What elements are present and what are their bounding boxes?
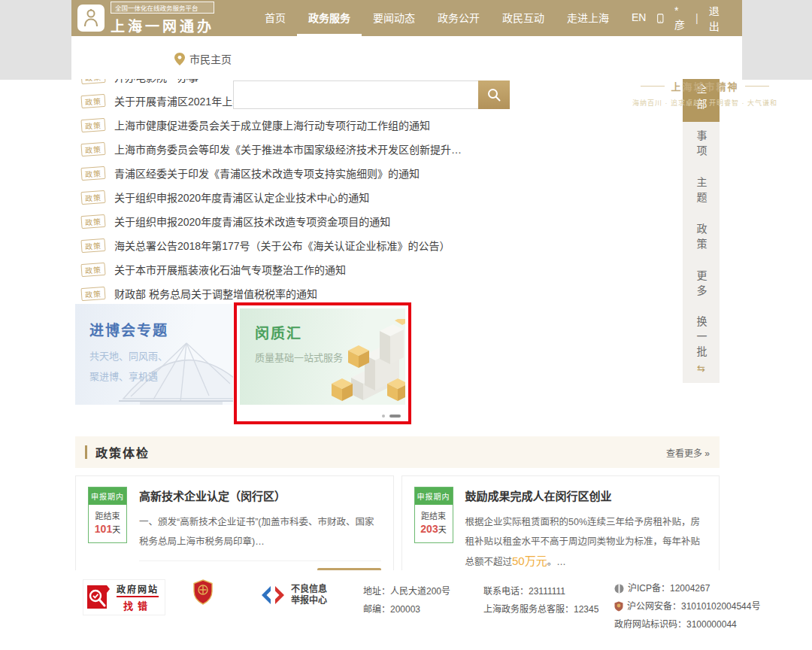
section-title: 政策体检 [95,443,150,461]
platform-badge: 全国一体化在线政务服务平台 [111,2,214,14]
see-more-link[interactable]: 查看更多 » [666,446,710,459]
expo-banner[interactable]: 进博会专题 共天地、同风雨、 聚进博、享机遇 [75,304,233,405]
city-spirit-title: 上海城市精神 [671,79,738,93]
page-gutter-right [742,0,812,80]
expo-banner-title: 进博会专题 [89,319,168,339]
refresh-batch-button[interactable]: 换一批 ⇆ [683,308,720,375]
days-remaining: 101 [95,523,112,535]
address-line: 地址：人民大道200号 [363,582,450,600]
icp-icon [614,584,624,594]
carousel-dot[interactable] [382,415,385,418]
citizen-home-link[interactable]: 市民主页 [174,51,232,66]
minzhihui-subtitle: 质量基础一站式服务 [255,350,343,364]
website-error-report-logo[interactable]: 政府网站 找错 [83,579,165,615]
refresh-icon: ⇆ [697,363,705,374]
policy-tag: 政策 [80,93,105,108]
search-input[interactable] [233,80,478,109]
side-tab-more[interactable]: 更多 [683,262,720,308]
list-item-title[interactable]: 关于组织申报2020年度青浦区认定企业技术中心的通知 [114,190,369,205]
deadline-badge-box: 申报期内 距结束 101天 [88,487,127,543]
policy-check-header: 政策体检 查看更多 » [75,436,720,468]
countdown: 距结束 203天 [415,505,453,542]
list-item[interactable]: 政策 青浦区经委关于印发《青浦区技术改造专项支持实施细则》的通知 [81,161,675,185]
site-title: 上海一网通办 [111,15,214,35]
logout-button[interactable]: 退出 [709,3,723,33]
amount-highlight: 50万元 [512,554,547,567]
page: 政策 开办电影院 办事 政策 关于开展青浦区2021年上半年度知识产权资助项目申… [0,0,812,650]
decor-line [641,86,665,87]
nav-item-en[interactable]: EN [620,0,657,36]
list-item[interactable]: 政策 上海市健康促进委员会关于成立健康上海行动专项行动工作组的通知 [81,113,675,137]
site-code-line: 政府网站标识码：3100000044 [614,615,760,633]
decor-line [745,86,769,87]
minzhihui-title: 闵质汇 [255,322,302,342]
list-item[interactable]: 政策 上海市商务委员会等印发《关于推进本市国家级经济技术开发区创新提升… [81,137,675,161]
list-item-title[interactable]: 关于组织申报2020年度青浦区技术改造专项资金项目的通知 [114,214,390,229]
expo-banner-subtitle: 共天地、同风雨、 聚进博、享机遇 [89,346,168,387]
policy-tag: 政策 [80,238,105,252]
list-item-title[interactable]: 海关总署公告2018年第177号（关于公布《海关认证企业标准》的公告） [114,238,450,253]
error-report-text: 政府网站 找错 [117,582,159,612]
mobile-icon[interactable] [657,11,664,26]
policy-card-desc: 根据企业实际租赁面积的50%连续三年给予房租补贴，房租补贴以租金水平不高于周边同… [465,512,707,572]
policy-tag: 政策 [80,286,105,300]
list-item-title[interactable]: 上海市商务委员会等印发《关于推进本市国家级经济技术开发区创新提升… [114,141,462,156]
list-item[interactable]: 政策 关于组织申报2020年度青浦区技术改造专项资金项目的通知 [81,209,675,233]
status-badge: 申报期内 [89,487,126,505]
side-tab-topics[interactable]: 主题 [683,169,720,215]
highlight-box: 闵质汇 质量基础一站式服务 [234,302,411,424]
status-badge: 申报期内 [415,487,453,505]
nav-item-services[interactable]: 政务服务 [297,0,362,36]
page-gutter-left [0,0,71,80]
report-center-icon [261,583,285,607]
postcode-line: 邮编：200003 [363,600,450,618]
nav-item-disclosure[interactable]: 政务公开 [426,0,491,36]
section-accent-bar [85,445,87,459]
nav-item-news[interactable]: 要闻动态 [362,0,426,36]
policy-tag: 政策 [80,214,105,228]
side-tab-matters[interactable]: 事项 [683,122,720,169]
citizen-home-label[interactable]: 市民主页 [189,51,232,66]
mascot-icon [77,5,105,32]
policy-card-title[interactable]: 鼓励成果完成人在闵行区创业 [465,487,707,503]
header-user-area: *彦 | 退出 [657,0,723,36]
footer-address: 地址：人民大道200号 邮编：200003 [363,582,450,618]
search-box [233,80,510,109]
site-logo[interactable]: 全国一体化在线政务服务平台 上海一网通办 [77,0,214,36]
side-tab-policy[interactable]: 政策 [683,215,720,262]
list-item-title[interactable]: 关于本市开展瓶装液化石油气专项整治工作的通知 [114,262,346,277]
list-item-title[interactable]: 青浦区经委关于印发《青浦区技术改造专项支持实施细则》的通知 [114,166,420,181]
security-badge-icon [614,601,623,612]
nav-item-home[interactable]: 首页 [253,0,297,36]
nav-item-interaction[interactable]: 政民互动 [491,0,556,36]
user-name[interactable]: *彦 [674,5,685,32]
footer: 政府网站 找错 不良信息 举报中心 地址：人民大道200号 邮编：2000 [0,570,812,650]
list-item[interactable]: 政策 关于组织申报2020年度青浦区认定企业技术中心的通知 [81,185,675,209]
city-spirit-slogan: 海纳百川 · 追求卓越 · 开明睿智 · 大气谦和 [598,98,812,108]
city-spirit: 上海城市精神 海纳百川 · 追求卓越 · 开明睿智 · 大气谦和 [598,79,812,108]
icp-license-link[interactable]: 沪ICP备：12004267 [614,579,760,597]
bad-info-report-logo[interactable]: 不良信息 举报中心 [261,583,327,607]
side-tabs: 全部 事项 主题 政策 更多 换一批 ⇆ [683,75,720,383]
search-button[interactable] [478,80,510,109]
shield-icon [192,579,214,605]
minzhihui-banner[interactable]: 闵质汇 质量基础一站式服务 [240,308,405,405]
policy-card-title[interactable]: 高新技术企业认定（闵行区） [139,487,381,503]
search-icon [487,88,501,102]
error-report-icon [86,584,111,611]
public-security-link[interactable]: 沪公网安备：31010102004544号 [614,597,760,615]
main-nav: 首页 政务服务 要闻动态 政务公开 政民互动 走进上海 EN [253,0,657,36]
footer-contact: 联系电话：23111111 上海政务服务总客服：12345 [483,582,598,618]
list-item-title[interactable]: 上海市健康促进委员会关于成立健康上海行动专项行动工作组的通知 [114,117,430,132]
countdown: 距结束 101天 [89,505,126,542]
header-divider: | [695,12,698,24]
list-item-title[interactable]: 财政部 税务总局关于调整增值税税率的通知 [114,286,317,301]
list-item[interactable]: 政策 海关总署公告2018年第177号（关于公布《海关认证企业标准》的公告） [81,233,675,257]
gov-shield-badge[interactable] [192,579,214,608]
hotline-line: 上海政务服务总客服：12345 [483,600,598,618]
logo-text: 全国一体化在线政务服务平台 上海一网通办 [111,2,214,35]
carousel-dot-active[interactable] [389,415,401,418]
nav-item-about[interactable]: 走进上海 [556,0,620,36]
report-center-text: 不良信息 举报中心 [291,584,327,606]
list-item[interactable]: 政策 关于本市开展瓶装液化石油气专项整治工作的通知 [81,257,675,281]
